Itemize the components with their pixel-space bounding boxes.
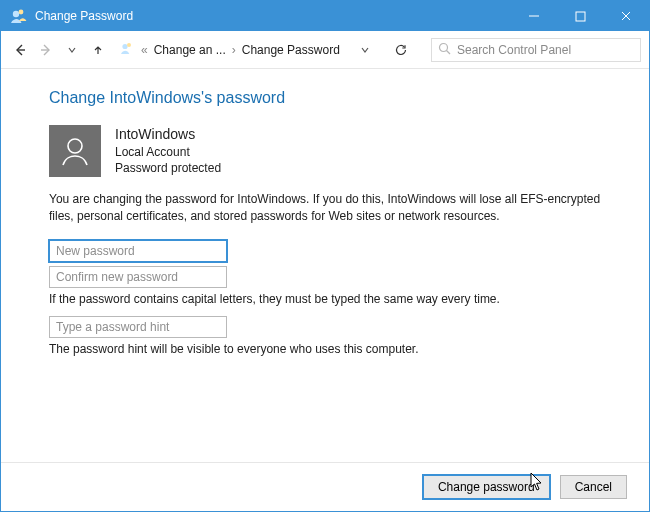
account-status: Password protected <box>115 160 221 176</box>
search-input[interactable]: Search Control Panel <box>431 38 641 62</box>
page-title: Change IntoWindows's password <box>49 89 617 107</box>
breadcrumb-seg-1[interactable]: Change an ... <box>154 43 226 57</box>
breadcrumb[interactable]: « Change an ... › Change Password <box>119 40 340 59</box>
svg-rect-3 <box>576 12 585 21</box>
back-button[interactable] <box>9 39 31 61</box>
password-hint-field[interactable] <box>49 316 227 338</box>
change-password-button[interactable]: Change password <box>423 475 550 499</box>
confirm-password-field[interactable] <box>49 266 227 288</box>
navigation-bar: « Change an ... › Change Password Search… <box>1 31 649 69</box>
hint-helper-text: The password hint will be visible to eve… <box>49 342 617 356</box>
svg-point-12 <box>68 139 82 153</box>
search-placeholder: Search Control Panel <box>457 43 571 57</box>
svg-point-1 <box>19 10 24 15</box>
svg-line-11 <box>447 50 451 54</box>
account-block: IntoWindows Local Account Password prote… <box>49 125 617 177</box>
svg-point-0 <box>13 11 19 17</box>
svg-point-9 <box>127 43 131 47</box>
caps-helper-text: If the password contains capital letters… <box>49 292 617 306</box>
close-button[interactable] <box>603 1 649 31</box>
svg-point-8 <box>122 44 127 49</box>
cancel-button[interactable]: Cancel <box>560 475 627 499</box>
user-accounts-icon <box>119 40 135 59</box>
avatar <box>49 125 101 177</box>
forward-button[interactable] <box>35 39 57 61</box>
breadcrumb-seg-2[interactable]: Change Password <box>242 43 340 57</box>
refresh-button[interactable] <box>390 39 412 61</box>
action-row: Change password Cancel <box>1 462 649 511</box>
address-dropdown[interactable] <box>354 39 376 61</box>
up-button[interactable] <box>87 39 109 61</box>
account-type: Local Account <box>115 144 221 160</box>
chevron-right-icon: › <box>232 43 236 57</box>
search-icon <box>438 42 451 58</box>
window-title: Change Password <box>35 9 133 23</box>
maximize-button[interactable] <box>557 1 603 31</box>
user-accounts-icon <box>9 6 29 26</box>
minimize-button[interactable] <box>511 1 557 31</box>
warning-text: You are changing the password for IntoWi… <box>49 191 609 226</box>
recent-locations-dropdown[interactable] <box>61 39 83 61</box>
window: Change Password « Change <box>0 0 650 512</box>
content-pane: Change IntoWindows's password IntoWindow… <box>1 69 649 462</box>
new-password-field[interactable] <box>49 240 227 262</box>
account-name: IntoWindows <box>115 125 221 144</box>
svg-point-10 <box>440 43 448 51</box>
titlebar: Change Password <box>1 1 649 31</box>
breadcrumb-sep: « <box>141 43 148 57</box>
